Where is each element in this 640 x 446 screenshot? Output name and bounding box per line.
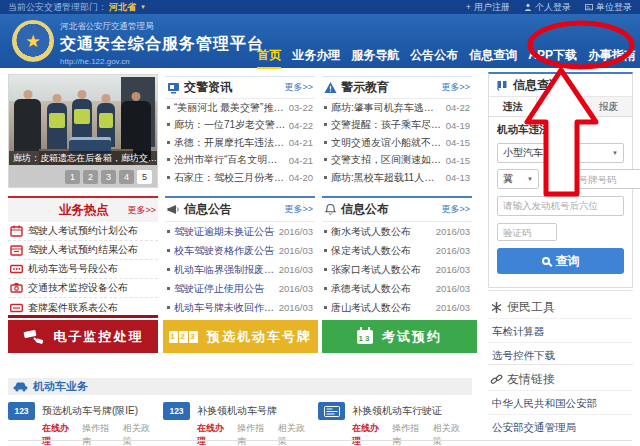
policy-link[interactable]: 相关政策 [278,422,313,446]
site-header: ★ 河北省公安厅交通管理局 交通安全综合服务管理平台 http://he.122… [0,14,640,68]
online-apply-link[interactable]: 在线办理 [352,422,387,446]
more-link[interactable]: 更多>> [284,81,313,94]
online-apply-link[interactable]: 在线办理 [42,422,77,446]
publish-date: 2016/03 [436,245,470,256]
news-link[interactable]: 廊坊:黑校车超载11人被查 系… [324,171,443,185]
guide-link[interactable]: 操作指南 [82,422,117,446]
news-link[interactable]: 文明交通友谊小船就不会翻！ [324,136,443,150]
region-value[interactable]: 河北省 [109,1,136,14]
publish-link[interactable]: 唐山考试人数公布 [324,301,433,315]
online-apply-link[interactable]: 在线办理 [197,422,232,446]
policy-link[interactable]: 相关政策 [123,422,158,446]
publish-link[interactable]: 衡水考试人数公布 [324,225,433,239]
tab-points[interactable]: 记分 [537,97,585,116]
pager-3[interactable]: 3 [101,170,116,184]
hot-link[interactable]: 驾驶人考试预约计划公布 [28,224,156,238]
banner-exam-appointment[interactable]: 13 考试预约 [322,320,477,353]
pager-2[interactable]: 2 [83,170,98,184]
pager-5[interactable]: 5 [137,170,152,184]
list-item: 廊坊:黑校车超载11人被查 系…04-13 [322,169,472,187]
tab-scrap[interactable]: 报废 [585,97,632,116]
panel-title: 便民工具 [507,299,631,316]
guide-link[interactable]: 操作指南 [392,422,427,446]
news-link[interactable]: 交警支招，区间测速如何应对 [324,153,443,167]
department-label: 当前公安交通管理部门： [8,1,107,14]
nav-handbook[interactable]: 办事指南 [587,47,637,69]
news-link[interactable]: 交警提醒：孩子乘车尽量用… [324,118,443,132]
list-item: 机动车临界强制报废公告2016/03 [165,260,315,279]
more-link[interactable]: 更多>> [127,204,156,217]
notice-date: 2016/03 [279,264,313,275]
news-link[interactable]: 沧州市举行“百名文明交通… [167,153,286,167]
banner-preselect-plate[interactable]: 123 预选机动车号牌 [163,320,318,353]
more-link[interactable]: 更多>> [441,81,470,94]
plate-prefix-select[interactable]: 冀 ▼ [497,169,539,189]
plate-number-input[interactable] [544,169,640,189]
publish-link[interactable]: 张家口考试人数公布 [324,263,433,277]
engine-number-input[interactable] [497,196,624,216]
megaphone-icon [167,203,180,216]
link-ministry-public-security[interactable]: 中华人民共和国公安部 [488,390,633,414]
query-submit-button[interactable]: 查询 [497,248,624,274]
unit-login-link[interactable]: 单位登录 [585,1,632,14]
personal-login-link[interactable]: 个人登录 [524,1,571,14]
vehicle-type-select[interactable]: 小型汽车 ▼ [497,143,624,163]
hot-link[interactable]: 机动车选号号段公布 [28,262,156,276]
publish-date: 2016/03 [436,264,470,275]
license-plate-icon: 123 [8,402,35,420]
nav-service-guide[interactable]: 服务导航 [350,47,400,69]
news-link[interactable]: 廊坊：一位71岁老交警的坚守 [167,118,286,132]
link-traffic-management-bureau[interactable]: 公安部交通管理局 [488,414,633,438]
tool-link-inspection-calculator[interactable]: 车检计算器 [488,318,633,342]
info-query-panel: 信息查询 违法 记分 报废 机动车违法查询 小型汽车 ▼ 冀 ▼ [488,72,633,288]
publish-link[interactable]: 保定考试人数公布 [324,244,433,258]
captcha-input[interactable] [497,223,557,241]
guide-link[interactable]: 操作指南 [237,422,272,446]
hot-link[interactable]: 交通技术监控设备公布 [28,281,156,295]
news-link[interactable]: “美丽河北 最美交警”推选… [167,101,286,115]
more-link[interactable]: 更多>> [441,203,470,216]
top-bar: 当前公安交通管理部门： 河北省 ▼ + 用户注册 个人登录 单位登录 [0,0,640,14]
nav-info-query[interactable]: 信息查询 [468,47,518,69]
photo-carousel: 廊坊：皮箱遗忘在后备箱，廊坊交… 1 2 3 4 5 [8,74,158,188]
divider [488,290,633,291]
tool-link-plate-plugin[interactable]: 选号控件下载 [488,342,633,366]
notice-link[interactable]: 校车驾驶资格作废公告 [167,244,276,258]
nav-business[interactable]: 业务办理 [291,47,341,69]
notice-link[interactable]: 机动车号牌未收回作废公告 [167,301,276,315]
pager-4[interactable]: 4 [119,170,134,184]
current-department[interactable]: 当前公安交通管理部门： 河北省 ▼ [8,1,466,14]
hot-link[interactable]: 驾驶人考试预约结果公布 [28,243,156,257]
news-link[interactable]: 石家庄：驾校三月份考试合… [167,171,286,185]
banner-electronic-monitoring[interactable]: 电子监控处理 [8,320,158,353]
camera-icon [10,282,23,294]
notice-link[interactable]: 机动车临界强制报废公告 [167,263,276,277]
tab-violation[interactable]: 违法 [489,97,537,116]
service-title: 补换领机动车行驶证 [352,405,442,416]
service-title: 预选机动车号牌(限IE) [42,405,138,416]
monitor-icon [167,81,180,94]
news-link[interactable]: 廊坊:肇事司机弃车逃逸 报警… [324,101,443,115]
publish-link[interactable]: 承德考试人数公布 [324,282,433,296]
notice-link[interactable]: 驾驶证逾期未换证公告 [167,225,276,239]
hot-link[interactable]: 套牌案件联系表公布 [28,301,156,315]
carousel-photo[interactable]: 廊坊：皮箱遗忘在后备箱，廊坊交… [9,75,157,165]
nav-announcements[interactable]: 公告公布 [409,47,459,69]
license-plate-icon: 123 [169,331,198,343]
news-link[interactable]: 承德：开展摩托车违法行动… [167,136,286,150]
more-link[interactable]: 更多>> [284,203,313,216]
main-nav: 首页 业务办理 服务导航 公告公布 信息查询 APP下载 办事指南 [256,47,637,69]
panel-title: 交警资讯 [184,79,280,96]
pager-1[interactable]: 1 [65,170,80,184]
page: 当前公安交通管理部门： 河北省 ▼ + 用户注册 个人登录 单位登录 ★ [0,0,640,446]
warning-triangle-icon [324,81,337,94]
bell-icon [324,203,337,216]
nav-app-download[interactable]: APP下载 [527,47,578,69]
nav-home[interactable]: 首页 [256,47,282,69]
notice-link[interactable]: 驾驶证停止使用公告 [167,282,276,296]
register-link[interactable]: + 用户注册 [466,1,510,14]
list-item: “美丽河北 最美交警”推选…03-22 [165,99,315,117]
id-card-icon [585,3,593,11]
publish-date: 2016/03 [436,283,470,294]
policy-link[interactable]: 相关政策 [433,422,468,446]
